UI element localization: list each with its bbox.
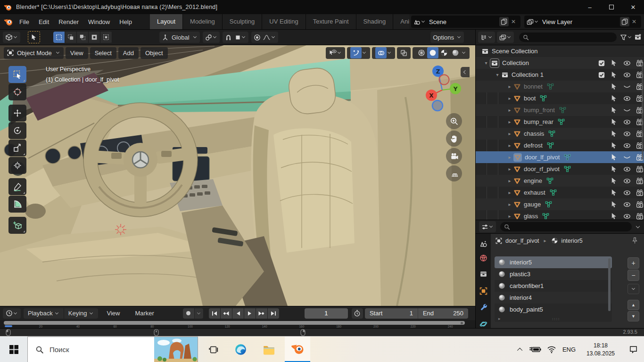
wifi-indicator[interactable]: [544, 337, 559, 362]
unlink-scene-button[interactable]: ✕: [509, 18, 518, 25]
breadcrumb-material[interactable]: interior5: [561, 238, 583, 244]
material-name[interactable]: body_paint5: [510, 306, 543, 313]
tool-rotate[interactable]: [8, 122, 26, 139]
tool-cursor[interactable]: [8, 83, 26, 100]
visibility-toggle[interactable]: [620, 130, 633, 138]
visibility-toggle[interactable]: [620, 177, 633, 185]
shading-rendered-button[interactable]: [450, 47, 461, 58]
visibility-toggle[interactable]: [620, 71, 633, 79]
new-view-layer-button[interactable]: [620, 17, 629, 26]
collection-1-label[interactable]: Collection 1: [512, 71, 544, 78]
shading-solid-button[interactable]: [427, 47, 438, 58]
tab-scene-properties[interactable]: [476, 237, 491, 251]
select-mode-intersect[interactable]: [100, 32, 112, 43]
new-collection-button[interactable]: [634, 33, 642, 41]
select-mode-set[interactable]: [53, 32, 65, 43]
jump-to-end-button[interactable]: [268, 308, 279, 319]
new-scene-button[interactable]: [499, 17, 509, 26]
properties-editor-type-button[interactable]: [479, 221, 496, 232]
material-name[interactable]: interior5: [510, 259, 532, 266]
hidden-icons-button[interactable]: [514, 337, 527, 362]
scrollbar-handle-dot[interactable]: [461, 322, 463, 324]
object-name[interactable]: door_lf_pivot: [525, 154, 560, 161]
timeline-editor-type-button[interactable]: [3, 308, 21, 319]
select-mode-invert[interactable]: [89, 32, 100, 43]
material-slot-body-paint5[interactable]: body_paint5: [495, 304, 612, 315]
view-layer-selector[interactable]: View Layer ✕: [524, 16, 641, 28]
action-center-button[interactable]: [622, 337, 644, 362]
visibility-toggle[interactable]: [620, 142, 633, 149]
file-explorer-button[interactable]: [256, 337, 281, 362]
selectable-toggle[interactable]: [608, 71, 620, 78]
play-button[interactable]: [244, 308, 256, 319]
outliner-search-input[interactable]: [519, 33, 617, 42]
collapse-arrow-icon[interactable]: ▾: [482, 60, 490, 66]
selectable-toggle[interactable]: [608, 107, 620, 114]
tab-world-properties[interactable]: [476, 251, 491, 265]
visibility-toggle[interactable]: [620, 213, 633, 220]
outliner-item-gauge[interactable]: ▸ gauge: [476, 198, 644, 210]
add-material-slot-button[interactable]: +: [627, 257, 639, 269]
menu-help[interactable]: Help: [115, 18, 137, 25]
tab-uv-editing[interactable]: UV Editing: [262, 14, 305, 29]
outliner-item-exhaust[interactable]: ▸ exhaust: [476, 187, 644, 198]
tool-transform[interactable]: [8, 157, 26, 174]
visibility-toggle[interactable]: [620, 118, 633, 126]
render-toggle[interactable]: [633, 165, 644, 173]
selectable-toggle[interactable]: [608, 165, 620, 173]
move-slot-up-button[interactable]: ▲: [627, 300, 639, 310]
object-name[interactable]: bump_front: [524, 107, 555, 114]
orthographic-toggle-button[interactable]: [446, 165, 462, 181]
tab-animation[interactable]: Ani: [393, 14, 409, 29]
outliner-item-door-rf-pivot[interactable]: ▸ door_rf_pivot: [476, 163, 644, 175]
expand-arrow-icon[interactable]: ▸: [506, 84, 513, 89]
collapsed-panel-arrow-icon[interactable]: ▸: [498, 316, 501, 321]
outliner-item-chassis[interactable]: ▸ chassis: [476, 128, 644, 140]
menu-render[interactable]: Render: [54, 18, 83, 25]
tab-object-properties[interactable]: [476, 284, 491, 298]
object-name[interactable]: exhaust: [524, 189, 545, 196]
menu-window[interactable]: Window: [83, 18, 115, 25]
resize-grip-icon[interactable]: ::::: [552, 317, 560, 321]
active-tool-indicator[interactable]: [28, 31, 40, 43]
visibility-toggle[interactable]: [620, 59, 633, 67]
maximize-button[interactable]: [601, 0, 622, 14]
render-toggle[interactable]: [633, 213, 644, 220]
properties-search-input[interactable]: [500, 222, 632, 231]
object-name[interactable]: defrost: [524, 142, 543, 149]
timeline-view-menu[interactable]: View: [103, 310, 124, 317]
viewport-3d[interactable]: Object Mode View Select Add Object: [0, 45, 475, 306]
tab-collection-properties[interactable]: [476, 267, 491, 281]
next-keyframe-button[interactable]: [256, 308, 267, 319]
tab-modifier-properties[interactable]: [476, 300, 491, 314]
expand-arrow-icon[interactable]: ▸: [506, 214, 513, 219]
task-view-button[interactable]: [202, 337, 225, 362]
previous-keyframe-button[interactable]: [221, 308, 232, 319]
outliner-scrollbar[interactable]: [642, 63, 644, 160]
viewport-menu-view[interactable]: View: [66, 47, 88, 59]
viewport-menu-select[interactable]: Select: [90, 47, 116, 59]
viewport-menu-add[interactable]: Add: [118, 47, 139, 59]
collection-checkbox[interactable]: [595, 60, 608, 66]
tab-layout[interactable]: Layout: [150, 14, 183, 29]
pan-button[interactable]: [446, 131, 462, 147]
outliner-collection-1[interactable]: ▾ Collection 1: [476, 69, 644, 81]
material-slot-interior5[interactable]: interior5: [495, 256, 612, 268]
close-button[interactable]: ✕: [622, 0, 644, 14]
visibility-toggle[interactable]: [620, 107, 633, 114]
navigation-gizmo[interactable]: Z Y X: [423, 65, 463, 112]
minimize-button[interactable]: –: [579, 0, 601, 14]
object-name[interactable]: boot: [524, 95, 536, 102]
proportional-editing-group[interactable]: [251, 32, 278, 43]
sidebar-collapse-tab[interactable]: [461, 67, 470, 77]
xray-toggle[interactable]: [397, 47, 411, 59]
select-mode-subtract[interactable]: [77, 32, 89, 43]
selectable-toggle[interactable]: [608, 177, 620, 184]
outliner-filter-dropdown[interactable]: [620, 34, 632, 41]
outliner-collection[interactable]: ▾ Collection: [476, 57, 644, 69]
scene-selector[interactable]: Scene ✕: [411, 16, 520, 28]
outliner-scene-collection[interactable]: Scene Collection: [476, 45, 644, 57]
outliner-item-bump-rear[interactable]: ▸ bump_rear: [476, 116, 644, 128]
object-name[interactable]: door_rf_pivot: [524, 165, 560, 173]
tab-modeling[interactable]: Modeling: [183, 14, 223, 29]
